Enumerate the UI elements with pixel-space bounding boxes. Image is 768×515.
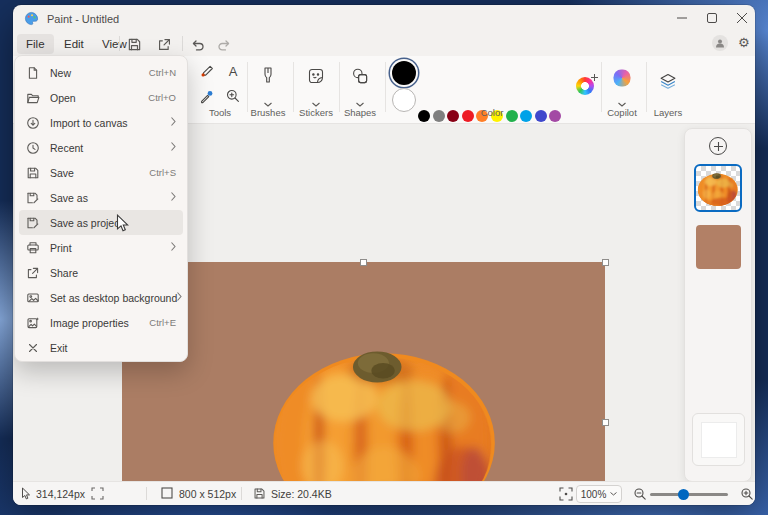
menu-file[interactable]: File (17, 34, 54, 54)
copilot-icon[interactable] (614, 70, 631, 87)
file-menu-popup: New Ctrl+N Open Ctrl+O Import to canvas … (14, 55, 188, 362)
menu-item-save-as[interactable]: Save as (19, 185, 183, 210)
palette-swatch[interactable] (535, 110, 547, 122)
menu-edit[interactable]: Edit (55, 34, 93, 54)
pumpkin-artwork (268, 330, 502, 505)
zoom-level-value: 100% (581, 489, 607, 500)
save-as-icon (26, 191, 40, 205)
divider (385, 62, 386, 112)
chevron-right-icon (177, 292, 182, 303)
menu-item-save-as-project[interactable]: Save as project (19, 210, 183, 235)
fit-to-screen-icon[interactable] (559, 487, 573, 503)
redo-icon[interactable] (214, 35, 234, 53)
titlebar[interactable]: Paint - Untitled (13, 5, 755, 32)
canvas-handle-right[interactable] (602, 419, 609, 426)
layers-panel (684, 128, 752, 482)
canvas-background-thumbnail (701, 422, 737, 458)
palette-swatch[interactable] (549, 110, 561, 122)
plus-icon (591, 74, 598, 83)
color-label: Color (481, 107, 504, 118)
palette-swatch[interactable] (418, 110, 430, 122)
marker-tool-icon[interactable] (199, 63, 216, 80)
canvas-background-slot[interactable] (692, 413, 745, 466)
divider (646, 62, 647, 112)
window-title: Paint - Untitled (47, 13, 119, 25)
menu-item-set-as-desktop-background[interactable]: Set as desktop background (19, 285, 183, 310)
zoom-out-icon[interactable] (633, 487, 647, 503)
canvas-size-icon (161, 487, 173, 501)
open-folder-icon (26, 91, 40, 105)
statusbar: 314,124px 800 x 512px Size: 20.4KB 100% (13, 481, 755, 505)
foreground-color-swatch[interactable] (392, 61, 416, 85)
magnifier-tool-icon[interactable] (225, 88, 241, 104)
zoom-level-dropdown[interactable]: 100% (576, 485, 622, 503)
menu-item-new[interactable]: New Ctrl+N (19, 60, 183, 85)
tools-label: Tools (209, 107, 231, 118)
palette-swatch[interactable] (433, 110, 445, 122)
layers-icon[interactable] (659, 73, 678, 91)
menu-item-save[interactable]: Save Ctrl+S (19, 160, 183, 185)
stickers-label: Stickers (299, 107, 333, 118)
minimize-button[interactable] (667, 5, 697, 31)
divider (119, 36, 120, 51)
menu-item-image-properties[interactable]: Image properties Ctrl+E (19, 310, 183, 335)
undo-icon[interactable] (187, 35, 207, 53)
menu-item-print[interactable]: Print (19, 235, 183, 260)
add-layer-button[interactable] (709, 137, 727, 155)
brushes-icon[interactable] (259, 66, 277, 86)
selection-size-icon (91, 487, 104, 502)
save-icon (26, 166, 40, 180)
zoom-in-icon[interactable] (740, 487, 754, 503)
print-icon (26, 241, 40, 255)
text-tool-icon[interactable]: A (229, 64, 238, 79)
menu-item-import-to-canvas[interactable]: Import to canvas (19, 110, 183, 135)
layer-thumbnail-background[interactable] (696, 225, 741, 269)
exit-icon (26, 341, 40, 355)
file-size-icon (253, 487, 266, 502)
palette-swatch[interactable] (520, 110, 532, 122)
chevron-right-icon (171, 142, 176, 153)
import-icon (26, 116, 40, 130)
menu-item-open[interactable]: Open Ctrl+O (19, 85, 183, 110)
zoom-slider-thumb[interactable] (678, 489, 689, 500)
layers-label: Layers (654, 107, 683, 118)
canvas-handle-top[interactable] (360, 259, 367, 266)
recent-clock-icon (26, 141, 40, 155)
divider (601, 62, 602, 112)
new-document-icon (26, 66, 40, 80)
drawing-canvas[interactable] (122, 262, 605, 505)
divider (293, 62, 294, 112)
menubar: File Edit View ⚙ (13, 32, 755, 56)
close-button[interactable] (727, 5, 755, 31)
eyedropper-tool-icon[interactable] (199, 88, 215, 104)
divider (339, 62, 340, 112)
copilot-label: Copilot (607, 107, 637, 118)
divider (247, 62, 248, 112)
settings-gear-icon[interactable]: ⚙ (738, 35, 750, 51)
background-color-swatch[interactable] (392, 88, 416, 112)
palette-swatch[interactable] (506, 110, 518, 122)
palette-swatch[interactable] (462, 110, 474, 122)
save-icon[interactable] (124, 35, 144, 53)
menu-item-exit[interactable]: Exit (19, 335, 183, 360)
shapes-icon[interactable] (351, 67, 369, 85)
menu-item-recent[interactable]: Recent (19, 135, 183, 160)
chevron-right-icon (171, 242, 176, 253)
stickers-icon[interactable] (307, 67, 325, 85)
paint-window: Paint - Untitled File Edit View (13, 5, 755, 505)
chevron-right-icon (171, 117, 176, 128)
palette-swatch[interactable] (447, 110, 459, 122)
share-icon (26, 266, 40, 280)
maximize-button[interactable] (697, 5, 727, 31)
canvas-handle-top-right[interactable] (602, 259, 609, 266)
share-icon[interactable] (154, 35, 174, 53)
paint-logo-icon (24, 11, 39, 26)
zoom-slider[interactable] (650, 493, 728, 496)
menu-item-share[interactable]: Share (19, 260, 183, 285)
divider (182, 36, 183, 51)
divider (146, 487, 147, 500)
cursor-position-value: 314,124px (36, 488, 85, 500)
file-size-value: Size: 20.4KB (271, 488, 332, 500)
layer-thumbnail-selected[interactable] (694, 164, 742, 212)
account-icon[interactable] (712, 35, 728, 51)
